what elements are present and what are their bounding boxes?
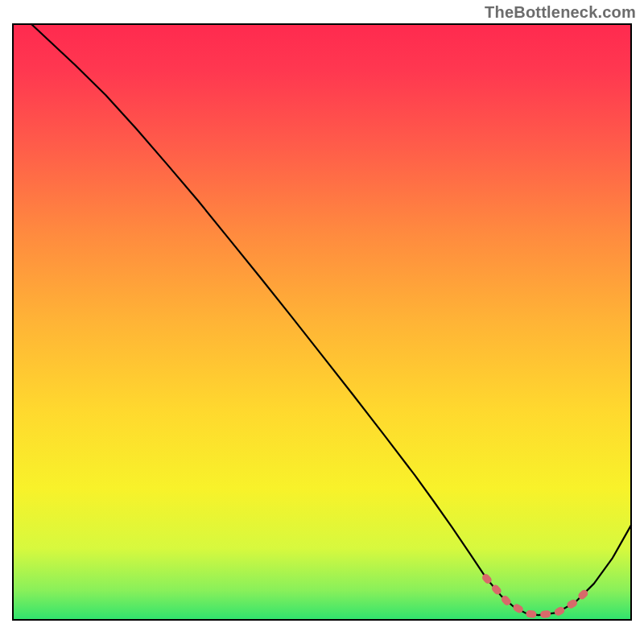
chart-svg xyxy=(0,0,644,644)
bottleneck-chart: TheBottleneck.com xyxy=(0,0,644,644)
watermark-label: TheBottleneck.com xyxy=(485,3,636,22)
gradient-background xyxy=(13,24,631,620)
